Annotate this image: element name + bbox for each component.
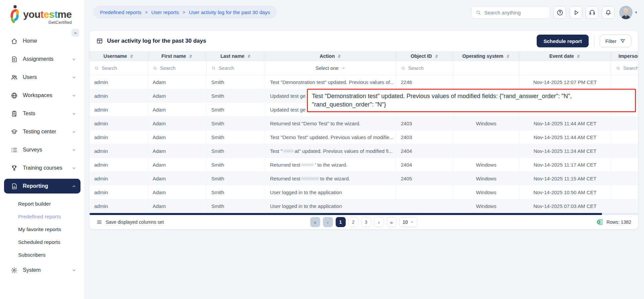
column-filter-username[interactable]: Search [90, 61, 148, 75]
breadcrumb-link-predefined-reports[interactable]: Predefined reports [100, 9, 141, 15]
column-filter-action[interactable]: Select one [265, 61, 396, 75]
sidebar-item-tests[interactable]: Tests [4, 106, 80, 121]
report-table: UsernameFirst nameLast nameActionObject … [90, 51, 638, 213]
sidebar-item-label: Testing center [23, 129, 71, 135]
chevron-down-icon [71, 129, 76, 134]
avatar[interactable] [619, 6, 633, 19]
table-row[interactable]: adminAdamSmithUser logged in to the appl… [90, 199, 638, 213]
action-text: User logged in to the application [270, 203, 342, 209]
user-menu[interactable]: ▼ [619, 6, 638, 19]
table-row[interactable]: adminAdamSmithReturned test ■■■■■' to th… [90, 158, 638, 172]
sidebar-item-testing-center[interactable]: Testing center [4, 124, 80, 139]
sidebar-subitem-subscribers[interactable]: Subscribers [18, 249, 80, 261]
action-text: ' to the wizard. [315, 162, 347, 168]
cell-operating-system [453, 144, 519, 158]
sidebar-item-assignments[interactable]: Assignments [4, 52, 80, 67]
global-search[interactable] [471, 6, 550, 19]
cell-impersonated [611, 199, 638, 213]
topbar-right: ▼ [471, 6, 638, 19]
search-input[interactable] [484, 10, 546, 15]
sidebar-subitem-report-builder[interactable]: Report builder [18, 198, 80, 210]
cell-operating-system [453, 130, 519, 144]
redacted-text: ■■■■ [283, 149, 294, 153]
breadcrumb-separator: > [183, 10, 185, 15]
cell-username: admin [90, 103, 148, 116]
cell-username: admin [90, 130, 148, 144]
page-title: User activity log for the past 30 days [107, 38, 206, 44]
schedule-report-button[interactable]: Schedule report [537, 35, 588, 47]
column-header-last-name[interactable]: Last name [207, 51, 265, 61]
sidebar-item-users[interactable]: Users [4, 70, 80, 85]
sidebar-item-home[interactable]: Home [4, 34, 80, 48]
sidebar-collapse-button[interactable]: « [71, 29, 79, 37]
page-size-select[interactable]: 10 [399, 217, 418, 227]
chevron-down-icon [71, 268, 76, 273]
pagination-page-3[interactable]: 3 [361, 217, 371, 227]
sidebar-nav: HomeAssignmentsUsersWorkspacesTestsTesti… [0, 25, 85, 277]
table-row[interactable]: adminAdamSmithReturned test ■■■■■■■ to t… [90, 172, 638, 185]
column-header-first-name[interactable]: First name [148, 51, 207, 61]
cell-first-name: Adam [148, 158, 207, 171]
column-header-impersonated[interactable]: Impersonated [611, 51, 638, 61]
pagination-page-1[interactable]: 1 [335, 217, 345, 227]
cell-username: admin [90, 89, 148, 102]
sidebar-item-system[interactable]: System [4, 263, 80, 277]
play-button[interactable] [570, 6, 582, 19]
table-row[interactable]: adminAdamSmithUser logged in to the appl… [90, 185, 638, 199]
chevron-down-icon [341, 66, 345, 70]
cell-object-id: 2246 [396, 75, 453, 89]
cell-object-id: 2403 [396, 130, 453, 144]
save-columns-button[interactable]: Save displayed columns set [96, 219, 164, 225]
sidebar-item-workspaces[interactable]: Workspaces [4, 88, 80, 103]
table-row[interactable]: adminAdamSmithTest "Demo Test" updated. … [90, 130, 638, 144]
column-header-username[interactable]: Username [90, 51, 148, 61]
cell-username: admin [90, 158, 148, 171]
cell-impersonated [611, 144, 638, 158]
notifications-button[interactable] [602, 6, 614, 19]
filter-search-placeholder: Search [408, 66, 424, 71]
topbar: Predefined reports>User reports>User act… [85, 0, 644, 31]
table-row[interactable]: adminAdamSmithTest "Demonstration test" … [90, 75, 638, 89]
sidebar-item-label: Assignments [23, 56, 71, 62]
sort-icon [129, 54, 134, 58]
sidebar-item-training-courses[interactable]: Training courses [4, 161, 80, 175]
sidebar-item-reporting[interactable]: Reporting [4, 179, 80, 194]
pagination-page-2[interactable]: 2 [348, 217, 358, 227]
table-row[interactable]: adminAdamSmithReturned test "Demo Test" … [90, 117, 638, 130]
pagination: «‹123›»10 [310, 217, 418, 227]
pagination-next-button[interactable]: › [374, 217, 384, 227]
cell-first-name: Adam [148, 75, 207, 89]
topbar-icon-buttons [553, 6, 614, 19]
sidebar-subitem-my-favorite-reports[interactable]: My favorite reports [18, 223, 80, 236]
excel-export-icon[interactable] [596, 219, 603, 225]
sidebar-item-surveys[interactable]: Surveys [4, 142, 80, 157]
sort-icon [576, 54, 581, 58]
column-filter-object-id[interactable]: Search [396, 61, 453, 75]
table-row[interactable]: adminAdamSmithTest "■■■■at" updated. Pre… [90, 144, 638, 158]
filter-button[interactable]: Filter [600, 35, 631, 47]
column-header-operating-system[interactable]: Operating system [453, 51, 519, 61]
brand-letter: me [58, 9, 72, 20]
column-header-action[interactable]: Action [265, 51, 396, 61]
pagination-last-button[interactable]: » [386, 217, 396, 227]
avatar-image [619, 6, 633, 19]
search-icon [94, 66, 99, 71]
column-filter-last-name[interactable]: Search [207, 61, 265, 75]
breadcrumb-link-user-reports[interactable]: User reports [151, 9, 179, 15]
column-header-event-date[interactable]: Event date [519, 51, 611, 61]
cell-object-id: 2404 [396, 144, 453, 158]
cell-last-name: Smith [207, 158, 265, 171]
sidebar-subitem-predefined-reports[interactable]: Predefined reports [18, 210, 80, 223]
cell-first-name: Adam [148, 103, 207, 116]
sidebar-subitem-scheduled-reports[interactable]: Scheduled reports [18, 236, 80, 249]
action-text: Returned test [270, 176, 300, 181]
help-button[interactable] [553, 6, 566, 19]
column-header-object-id[interactable]: Object ID [396, 51, 453, 61]
notifications-icon [605, 9, 612, 16]
column-filter-event-date [519, 61, 611, 75]
breadcrumb-link-user-activity-log-for-the-past-30-days[interactable]: User activity log for the past 30 days [189, 9, 270, 15]
brand-text: youtestme GetCertified [23, 5, 72, 25]
support-button[interactable] [586, 6, 598, 19]
column-filter-impersonated[interactable]: Search [611, 61, 638, 75]
column-filter-first-name[interactable]: Search [148, 61, 207, 75]
